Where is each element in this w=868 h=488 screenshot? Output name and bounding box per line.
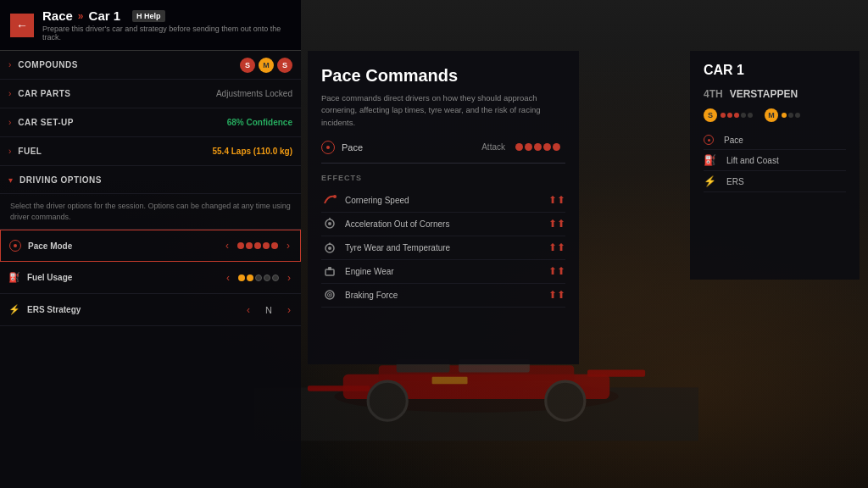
dot-5	[271, 242, 278, 249]
ers-left-arrow[interactable]: ‹	[243, 302, 253, 318]
effect-accel: Acceleration Out of Corners ⬆ ⬆	[321, 213, 565, 236]
up-arrow-8: ⬆	[557, 265, 565, 277]
engine-label: Engine Wear	[345, 267, 394, 276]
right-pace-icon	[704, 135, 714, 145]
fuel-label: FUEL	[18, 147, 42, 156]
accel-arrows: ⬆ ⬆	[548, 218, 565, 230]
right-lift-label: Lift and Coast	[726, 156, 779, 165]
car-position: 4TH	[704, 88, 723, 100]
tyre-indicator-2	[782, 113, 800, 118]
pace-row-icon	[321, 141, 335, 154]
pace-row: Pace Attack	[321, 141, 565, 164]
effect-engine: Engine Wear ⬆ ⬆	[321, 260, 565, 284]
pace-mode-right-arrow[interactable]: ›	[283, 238, 293, 253]
svg-point-21	[329, 294, 331, 296]
engine-wear-icon	[321, 263, 338, 280]
engine-arrows: ⬆ ⬆	[548, 265, 565, 277]
race-label: Race	[42, 8, 73, 23]
tyre-arrows: ⬆ ⬆	[548, 241, 565, 253]
compound-badge-m: M	[259, 58, 274, 73]
header-subtitle: Prepare this driver's car and strategy b…	[42, 25, 291, 42]
up-arrow-1: ⬆	[548, 194, 557, 206]
ers-right-arrow[interactable]: ›	[284, 302, 294, 318]
ers-strategy-label: ERS Strategy	[27, 305, 81, 314]
pdot-3	[534, 143, 542, 151]
pace-row-value: Attack	[481, 142, 505, 152]
up-arrow-4: ⬆	[557, 218, 565, 230]
dot-3	[254, 242, 261, 249]
fuel-row[interactable]: › FUEL 55.4 Laps (110.0 kg)	[0, 137, 301, 166]
pace-mode-label: Pace Mode	[28, 241, 72, 251]
accel-label: Acceleration Out of Corners	[345, 219, 449, 229]
braking-arrows: ⬆ ⬆	[548, 289, 565, 301]
compound-badge-s1: S	[240, 58, 255, 73]
chevron-icon: ›	[8, 147, 11, 156]
driving-options-label: DRIVING OPTIONS	[19, 175, 102, 185]
right-pace-row: Pace	[704, 130, 846, 150]
fuel-usage-row[interactable]: ⛽ Fuel Usage ‹ ›	[0, 262, 301, 294]
pace-mode-left-arrow[interactable]: ‹	[222, 238, 232, 253]
svg-point-13	[328, 222, 331, 225]
svg-point-11	[333, 195, 337, 198]
driving-options-section: ▾ DRIVING OPTIONS Select the driver opti…	[0, 167, 301, 326]
cornering-arrows: ⬆ ⬆	[548, 194, 565, 206]
fuel-usage-icon: ⛽	[7, 270, 22, 286]
pace-commands-title: Pace Commands	[321, 66, 565, 86]
fuel-usage-right-arrow[interactable]: ›	[284, 270, 294, 286]
up-arrow-7: ⬆	[548, 265, 557, 277]
fuel-usage-left-arrow[interactable]: ‹	[223, 270, 233, 286]
tyre-row: S M	[704, 108, 846, 122]
driving-options-header[interactable]: ▾ DRIVING OPTIONS	[0, 167, 301, 194]
svg-point-8	[368, 381, 407, 420]
right-pace-label: Pace	[724, 136, 743, 145]
car-setup-row[interactable]: › CAR SET-UP 68% Confidence	[0, 108, 301, 137]
compounds-label: COMPOUNDS	[18, 60, 78, 69]
right-ers-icon: ⚡	[704, 175, 716, 187]
car-setup-value: 68% Confidence	[227, 118, 292, 127]
braking-label: Braking Force	[345, 291, 398, 300]
pdot-4	[543, 143, 551, 151]
fuel-value: 55.4 Laps (110.0 kg)	[213, 147, 293, 156]
accel-icon	[321, 215, 338, 232]
header: ← Race » Car 1 H Help Prepare this drive…	[0, 0, 301, 51]
effect-cornering: Cornering Speed ⬆ ⬆	[321, 189, 565, 213]
braking-icon	[321, 286, 338, 303]
right-ers-label: ERS	[726, 177, 744, 186]
right-lift-row: ⛽ Lift and Coast	[704, 150, 846, 171]
tyre-label: Tyre Wear and Temperature	[345, 243, 450, 252]
pace-mode-row[interactable]: Pace Mode ‹ ›	[0, 230, 301, 262]
chevron-icon: ›	[8, 60, 11, 69]
car-label: Car 1	[89, 8, 121, 23]
tyre-badge: S	[704, 108, 717, 122]
t-dot-6	[782, 113, 787, 118]
compounds-row[interactable]: › COMPOUNDS S M S	[0, 51, 301, 80]
dot-4	[263, 242, 270, 249]
ers-icon: ⚡	[7, 302, 22, 318]
t-dot-1	[721, 113, 726, 118]
t-dot-3	[734, 113, 739, 118]
back-button[interactable]: ←	[10, 14, 34, 37]
tyre-wear-icon	[321, 239, 338, 256]
ers-strategy-row[interactable]: ⚡ ERS Strategy ‹ N ›	[0, 294, 301, 326]
t-dot-8	[795, 113, 800, 118]
pace-commands-desc: Pace commands direct drivers on how they…	[321, 92, 565, 129]
svg-rect-10	[432, 377, 468, 384]
compound-badges: S M S	[240, 58, 292, 73]
help-badge[interactable]: H Help	[132, 10, 165, 22]
car-driver: VERSTAPPEN	[730, 88, 798, 100]
t-dot-7	[788, 113, 793, 118]
right-lift-icon: ⛽	[704, 154, 716, 166]
pace-dots	[515, 143, 560, 151]
car-setup-label: CAR SET-UP	[18, 118, 74, 127]
breadcrumb: Race » Car 1 H Help	[42, 8, 291, 23]
t-dot-4	[741, 113, 746, 118]
svg-rect-17	[326, 269, 334, 275]
breadcrumb-arrow: »	[78, 10, 84, 22]
chevron-down-icon: ▾	[8, 175, 13, 185]
dot-e2	[264, 274, 270, 281]
up-arrow-5: ⬆	[548, 241, 557, 253]
effect-tyre: Tyre Wear and Temperature ⬆ ⬆	[321, 236, 565, 260]
car-parts-row[interactable]: › CAR PARTS Adjustments Locked	[0, 80, 301, 108]
car-info-title: CAR 1	[704, 63, 846, 78]
left-panel: ← Race » Car 1 H Help Prepare this drive…	[0, 0, 301, 488]
